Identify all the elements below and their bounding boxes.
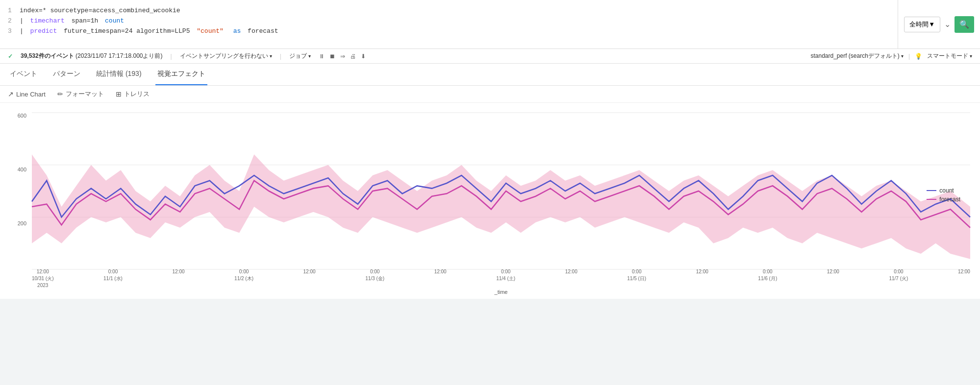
query-bar: 1 index=* sourcetype=access_combined_wco… xyxy=(0,0,980,49)
line-chart-label: Line Chart xyxy=(16,91,46,98)
status-right: standard_perf (searchデフォルト) | 💡 スマートモード xyxy=(810,52,972,60)
pause-icon[interactable]: ⏸ xyxy=(319,53,325,60)
x-label-1104-00: 0:0011/4 (土) xyxy=(496,268,515,289)
line-chart-button[interactable]: ↗ Line Chart xyxy=(8,90,46,98)
line-chart-icon: ↗ xyxy=(8,90,14,98)
as-keyword: as xyxy=(233,26,241,37)
x-label-1106-00: 0:0011/6 (月) xyxy=(758,268,777,289)
time-selector[interactable]: 全時間▼ xyxy=(904,17,940,32)
query-line-1: 1 index=* sourcetype=access_combined_wco… xyxy=(8,6,890,16)
trellis-icon: ⊞ xyxy=(116,90,122,98)
legend-forecast-label: forecast xyxy=(939,196,960,203)
tab-statistics[interactable]: 統計情報 (193) xyxy=(94,64,144,85)
x-label-1102-00: 0:0011/2 (木) xyxy=(234,268,253,289)
chart-wrap: 600 400 200 12:0010/31 (火)2 xyxy=(10,113,970,299)
query-text-1: index=* sourcetype=access_combined_wcook… xyxy=(20,6,180,16)
query-editor[interactable]: 1 index=* sourcetype=access_combined_wco… xyxy=(0,0,898,48)
status-check: ✓ xyxy=(8,53,13,60)
query-line-2: 2 | timechart span=1h count xyxy=(8,16,890,26)
y-axis: 600 400 200 xyxy=(10,113,29,274)
line-num-1: 1 xyxy=(8,6,17,16)
legend-count-label: count xyxy=(939,187,954,194)
x-label-1103-12: 12:00 xyxy=(434,268,447,289)
x-label-1107-00: 0:0011/7 (火) xyxy=(889,268,908,289)
sub-toolbar: ↗ Line Chart ✏ フォーマット ⊞ トレリス xyxy=(0,86,980,103)
download-icon[interactable]: ⬇ xyxy=(361,53,366,60)
line-num-3: 3 xyxy=(8,26,17,37)
tab-events[interactable]: イベント xyxy=(8,64,39,85)
search-icon: 🔍 xyxy=(959,20,969,29)
legend-forecast: forecast xyxy=(927,196,960,203)
y-label-200: 200 xyxy=(18,220,26,226)
status-bar: ✓ 39,532件のイベント (2023/11/07 17:17:18.000よ… xyxy=(0,49,980,64)
x-label-1104-12: 12:00 xyxy=(565,268,578,289)
jobs-dropdown[interactable]: ジョブ xyxy=(289,52,311,60)
x-label-1106-12: 12:00 xyxy=(827,268,839,289)
timechart-cmd: timechart xyxy=(30,16,65,26)
format-icon: ✏ xyxy=(57,90,63,98)
trellis-button[interactable]: ⊞ トレリス xyxy=(116,90,150,98)
perf-dropdown[interactable]: standard_perf (searchデフォルト) xyxy=(810,52,903,60)
legend-count: count xyxy=(927,187,960,194)
chart-container: 600 400 200 12:0010/31 (火)2 xyxy=(0,103,980,299)
sampling-dropdown[interactable]: イベントサンプリングを行わない xyxy=(180,52,272,60)
smart-mode-dropdown[interactable]: スマートモード xyxy=(927,52,972,60)
bulb-icon: 💡 xyxy=(915,53,922,60)
predict-cmd: predict xyxy=(30,26,57,37)
query-controls: 全時間▼ ⌄ 🔍 xyxy=(898,0,980,48)
format-button[interactable]: ✏ フォーマット xyxy=(57,90,104,98)
x-label-1107-12: 12:00 xyxy=(958,268,970,289)
confidence-band xyxy=(32,154,970,259)
count-string: "count" xyxy=(197,26,224,37)
query-line-3: 3 | predict future_timespan=24 algorithm… xyxy=(8,26,890,37)
x-label-1105-00: 0:0011/5 (日) xyxy=(627,268,646,289)
x-label-1103-00: 0:0011/3 (金) xyxy=(365,268,384,289)
x-label-1031-12: 12:0010/31 (火)2023 xyxy=(32,268,53,289)
search-button[interactable]: 🔍 xyxy=(955,16,974,33)
x-label-1101-12: 12:00 xyxy=(173,268,185,289)
refresh-icon[interactable]: ⇒ xyxy=(340,53,345,60)
trellis-label: トレリス xyxy=(124,90,150,98)
chart-svg xyxy=(32,113,970,269)
count-keyword: count xyxy=(105,16,124,26)
x-axis-title: _time xyxy=(32,288,970,299)
expand-button[interactable]: ⌄ xyxy=(944,20,951,29)
legend-count-line xyxy=(927,190,936,191)
chart-plot-area xyxy=(32,113,970,269)
status-icons: ⏸ ⏹ ⇒ 🖨 ⬇ xyxy=(319,53,366,60)
y-label-400: 400 xyxy=(18,167,26,172)
y-label-600: 600 xyxy=(18,113,26,119)
print-icon[interactable]: 🖨 xyxy=(350,53,356,60)
tab-visualization[interactable]: 視覚エフェクト xyxy=(155,64,207,85)
line-num-2: 2 xyxy=(8,16,17,26)
format-label: フォーマット xyxy=(66,90,104,98)
status-events: 39,532件のイベント (2023/11/07 17:17:18.000より前… xyxy=(21,52,163,60)
x-axis: 12:0010/31 (火)2023 0:0011/1 (水) 12:00 0:… xyxy=(32,268,970,289)
stop-icon[interactable]: ⏹ xyxy=(329,53,335,60)
legend-forecast-line xyxy=(927,199,936,200)
x-label-1101-00: 0:0011/1 (水) xyxy=(103,268,123,289)
x-label-1102-12: 12:00 xyxy=(303,268,316,289)
tab-patterns[interactable]: パターン xyxy=(51,64,82,85)
chart-legend: count forecast xyxy=(927,187,960,205)
tabs-bar: イベント パターン 統計情報 (193) 視覚エフェクト xyxy=(0,64,980,86)
x-label-1105-12: 12:00 xyxy=(696,268,708,289)
